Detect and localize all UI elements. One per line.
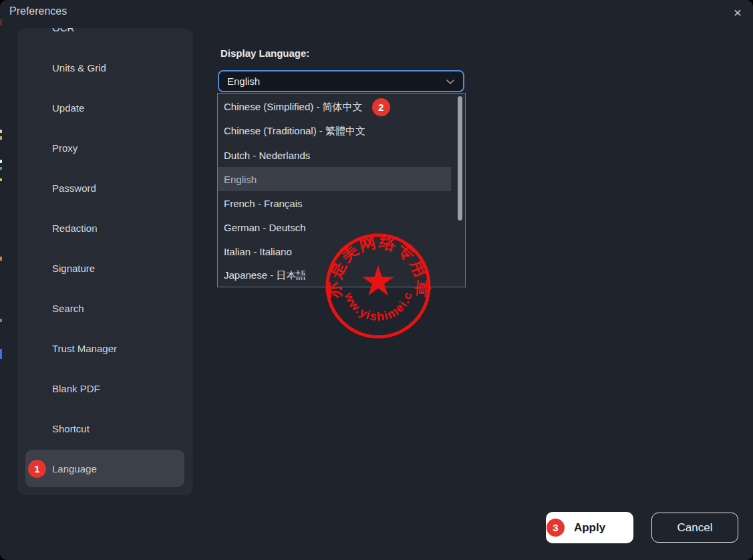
window-edge-artifact xyxy=(0,19,2,25)
sidebar-item-label: Shortcut xyxy=(52,423,90,434)
step-badge-3: 3 xyxy=(547,519,565,537)
sidebar-item-ocr[interactable]: OCR xyxy=(17,28,193,47)
sidebar-item-label: Signature xyxy=(52,263,95,274)
sidebar-item-shortcut[interactable]: Shortcut xyxy=(17,408,193,448)
dropdown-option-label: Dutch - Nederlands xyxy=(224,150,310,161)
close-button[interactable]: × xyxy=(728,3,748,23)
sidebar-item-label: Trust Manager xyxy=(52,343,117,354)
language-select[interactable]: English xyxy=(218,70,464,92)
dropdown-option-dutch-nederlands[interactable]: Dutch - Nederlands xyxy=(218,143,465,167)
sidebar-nav: OCR Units & Grid Update Proxy Password R… xyxy=(17,28,193,488)
dropdown-option-japanese[interactable]: Japanese - 日本語 xyxy=(218,263,465,287)
window-edge-artifact xyxy=(0,136,2,140)
window-edge-artifact xyxy=(0,319,2,322)
preferences-dialog: Preferences × OCR Units & Grid Update Pr… xyxy=(0,0,753,560)
sidebar-item-units-grid[interactable]: Units & Grid xyxy=(17,47,193,88)
dropdown-option-english[interactable]: English xyxy=(218,167,451,191)
dropdown-option-chinese-simplified[interactable]: Chinese (Simplified) - 简体中文 2 xyxy=(218,95,465,119)
dropdown-scrollbar-thumb[interactable] xyxy=(458,96,462,221)
language-select-value: English xyxy=(227,76,446,87)
dropdown-option-german-deutsch[interactable]: German - Deutsch xyxy=(218,215,465,239)
dropdown-option-label: Chinese (Traditional) - 繁體中文 xyxy=(224,125,365,138)
sidebar-item-trust-manager[interactable]: Trust Manager xyxy=(17,328,193,368)
cancel-button[interactable]: Cancel xyxy=(651,513,738,543)
sidebar-item-proxy[interactable]: Proxy xyxy=(17,128,193,168)
window-edge-artifact xyxy=(0,130,2,133)
window-edge-artifact xyxy=(0,167,2,170)
sidebar-item-label: Units & Grid xyxy=(52,62,106,74)
sidebar-item-search[interactable]: Search xyxy=(17,288,193,328)
window-edge-artifact xyxy=(0,160,2,163)
sidebar-item-update[interactable]: Update xyxy=(17,88,193,128)
language-dropdown-list: Chinese (Simplified) - 简体中文 2 Chinese (T… xyxy=(217,93,466,287)
dropdown-option-label: French - Français xyxy=(224,198,303,209)
dropdown-option-french-fran-ais[interactable]: French - Français xyxy=(218,191,465,215)
dropdown-option-italian-italiano[interactable]: Italian - Italiano xyxy=(218,239,465,263)
dropdown-option-chinese-traditional[interactable]: Chinese (Traditional) - 繁體中文 xyxy=(218,119,465,143)
sidebar-item-redaction[interactable]: Redaction xyxy=(17,208,193,248)
dropdown-option-label: Chinese (Simplified) - 简体中文 xyxy=(224,101,363,114)
sidebar-item-password[interactable]: Password xyxy=(17,168,193,208)
window-edge-artifact xyxy=(0,349,2,359)
sidebar-item-label: Update xyxy=(52,102,84,114)
sidebar-item-language[interactable]: 1 Language xyxy=(17,448,193,488)
close-icon: × xyxy=(734,5,742,21)
chevron-down-icon xyxy=(446,76,455,87)
cancel-button-label: Cancel xyxy=(677,521,713,535)
display-language-label: Display Language: xyxy=(220,47,309,59)
apply-button[interactable]: 3 Apply xyxy=(546,512,633,543)
dropdown-option-label: German - Deutsch xyxy=(224,222,306,233)
dropdown-options: Chinese (Simplified) - 简体中文 2 Chinese (T… xyxy=(218,94,465,287)
sidebar-item-label: Blank PDF xyxy=(52,383,100,394)
step-badge: 2 xyxy=(372,98,390,116)
sidebar-item-label: Language xyxy=(52,463,97,474)
dropdown-option-label: English xyxy=(224,174,257,185)
dropdown-option-label: Japanese - 日本語 xyxy=(224,269,306,282)
sidebar-item-signature[interactable]: Signature xyxy=(17,248,193,288)
sidebar-item-label: OCR xyxy=(52,28,74,33)
sidebar-item-label: Redaction xyxy=(52,223,98,234)
window-edge-artifact xyxy=(0,257,2,261)
sidebar-item-label: Proxy xyxy=(52,142,78,154)
dialog-title: Preferences xyxy=(9,5,67,17)
sidebar-item-blank-pdf[interactable]: Blank PDF xyxy=(17,368,193,408)
dropdown-option-label: Italian - Italiano xyxy=(224,246,292,257)
sidebar-item-label: Search xyxy=(52,303,84,314)
sidebar: OCR Units & Grid Update Proxy Password R… xyxy=(17,28,193,495)
window-edge-artifact xyxy=(0,178,2,181)
apply-button-label: Apply xyxy=(574,521,605,535)
step-badge: 1 xyxy=(28,460,46,478)
sidebar-item-label: Password xyxy=(52,182,96,194)
